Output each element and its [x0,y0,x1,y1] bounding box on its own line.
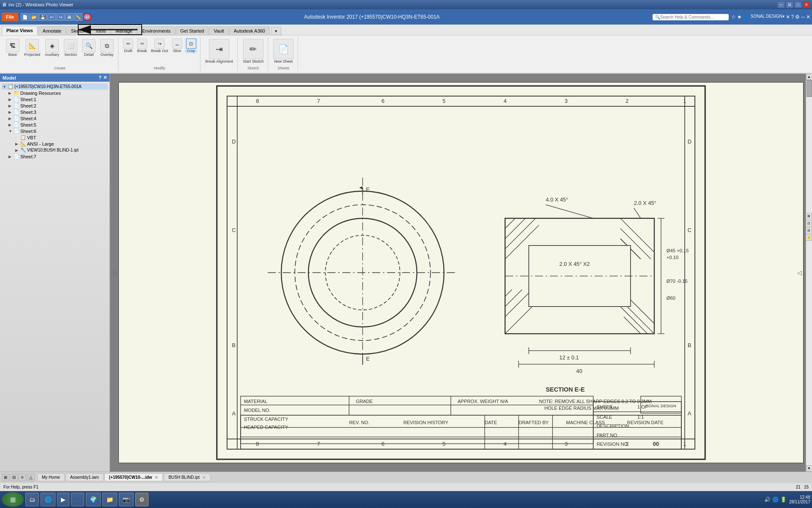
taskbar-chrome[interactable]: 🌍 [86,493,101,506]
break-button[interactable]: ✂ Break [136,38,148,53]
start-button[interactable]: ⊞ [2,492,24,507]
clock[interactable]: 12:48 28/11/2017 [789,495,810,504]
zoom-out-button[interactable]: ⊟ [806,227,812,234]
tab-place-views[interactable]: Place Views [2,26,38,35]
search-box[interactable]: 🔍 [653,14,729,20]
user-icon[interactable]: 👤 [743,14,749,20]
tree-sheet3[interactable]: ▶ 📄 Sheet:3 [2,109,108,115]
taskbar-inventor[interactable]: ⚙ [135,493,148,506]
tab-autodesk-a360[interactable]: Autodesk A360 [229,26,270,35]
search-input[interactable] [660,15,719,19]
tree-sheet6[interactable]: ▼ 📄 Sheet:6 [2,128,108,134]
left-nav-arrow[interactable]: ▷ [113,269,118,276]
tab-bush-blind[interactable]: BUSH BLIND.ipt ✕ [164,473,210,481]
new-sheet-button[interactable]: 📄 New Sheet [272,38,295,64]
tab-environments[interactable]: Environments [137,26,175,35]
close-button[interactable]: ✕ [803,1,810,8]
save-button[interactable]: 💾 [38,13,47,21]
add-tab-button[interactable]: ▾ [271,27,281,35]
taskbar-explorer[interactable]: 🗂 [25,493,39,506]
tab-nav-up[interactable]: △ [27,474,35,481]
crop-button[interactable]: ⊡ Crop [185,38,198,53]
bottom-tabs: ⊞ ⊟ ≡ △ My Home Assembly1.iam (+195570)C… [0,472,812,483]
open-button[interactable]: 📂 [30,13,38,21]
tab-manage[interactable]: Manage [111,26,137,35]
tree-view10[interactable]: ▶ 🔧 VIEW10:BUSH BLIND-1.ipt [2,147,108,153]
redo-button[interactable]: ↪ [56,13,65,21]
tab-assembly[interactable]: Assembly1.iam [66,473,104,481]
star2-icon[interactable]: ★ [737,14,742,20]
taskbar-media[interactable]: ▶ [57,493,69,506]
tab-get-started[interactable]: Get Started [176,26,208,35]
taskbar-folder[interactable]: 📁 [102,493,117,506]
close-icon[interactable]: ✕ [786,14,790,20]
tab-vault[interactable]: Vault [209,26,228,35]
start-sketch-button[interactable]: ✏ Start Sketch [241,38,265,64]
section-button[interactable]: ⬜ Section [62,38,79,58]
tree-sheet4[interactable]: ▶ 📄 Sheet:4 [2,115,108,121]
panel-help-icon[interactable]: ? [99,75,102,80]
tree-vbt[interactable]: 📋 VBT [2,134,108,141]
scroll-thumb[interactable] [807,80,812,97]
create-group-label: Create [54,65,66,70]
settings-icon[interactable]: ⚙ [795,14,800,20]
slice-button[interactable]: ⚊ Slice [171,38,184,53]
tab-nav-grid[interactable]: ⊞ [2,474,9,481]
minimize-button[interactable]: ─ [777,1,785,8]
panel-close-icon[interactable]: ✕ [103,75,107,80]
base-button[interactable]: 🏗 Base [4,38,21,58]
star-icon[interactable]: ☆ [731,14,736,20]
highlighted-button[interactable]: ↩ [83,13,91,21]
tab-nav-view[interactable]: ≡ [19,474,26,481]
close-drawing-tab[interactable]: ✕ [155,475,158,480]
tray-network[interactable]: 🌐 [772,497,779,502]
tab-tools[interactable]: Tools [90,26,110,35]
taskbar-camera[interactable]: 📷 [119,493,134,506]
tab-annotate[interactable]: Annotate [38,26,66,35]
minimize-icon2[interactable]: ─ [801,14,805,20]
canvas-area: ▷ ◁ 1 2 3 4 5 6 7 8 [110,74,812,472]
tree-ansi[interactable]: ▶ 📐 ANSI - Large [2,141,108,147]
tab-nav-list[interactable]: ⊟ [10,474,18,481]
right-nav-arrow[interactable]: ◁ [797,269,802,276]
tree-drawing-resources[interactable]: ▶ 📁 Drawing Resources [2,90,108,96]
scroll-up-button[interactable]: ▲ [806,74,812,80]
pan-button[interactable]: ✋ [806,235,812,241]
maximize-button[interactable]: □ [794,1,802,8]
file-button[interactable]: File [2,13,18,21]
zoom-fit-button[interactable]: ⊡ [806,220,812,226]
print-button[interactable]: 🖶 [65,13,74,21]
help-icon[interactable]: ? [791,14,794,20]
taskbar-ie[interactable]: 🌐 [41,493,55,506]
undo-button[interactable]: ↩ [47,13,56,21]
auxiliary-button[interactable]: ◈ Auxiliary [43,38,61,58]
tree-sheet1[interactable]: ▶ 📄 Sheet:1 [2,96,108,102]
scroll-down-button[interactable]: ▼ [806,465,812,472]
panel-controls: ? ✕ [99,75,107,80]
tree-root-item[interactable]: ▼ 📋 (+195570)CW10-HQ3N-ET65-001A [2,83,108,90]
tree-sheet2[interactable]: ▶ 📄 Sheet:2 [2,102,108,109]
draft-button[interactable]: ✏ Draft [122,38,134,53]
break-out-button[interactable]: ↪ Break Out [150,38,170,53]
tab-drawing[interactable]: (+195570)CW10-...idw ✕ [104,473,163,481]
coord-y: 15 [804,485,809,489]
overlay-button[interactable]: ⧉ Overlay [99,38,115,58]
tray-battery[interactable]: 🔋 [780,497,787,502]
tree-sheet5[interactable]: ▶ 📄 Sheet:5 [2,121,108,128]
zoom-in-button[interactable]: ⊞ [806,213,812,219]
svg-text:DRAFTED BY: DRAFTED BY [518,420,549,425]
restore-button[interactable]: ⧉ [786,1,793,8]
new-button[interactable]: 📄 [21,13,29,21]
tray-volume[interactable]: 🔊 [764,497,771,502]
close-icon2[interactable]: ✕ [806,14,810,20]
tab-sketch[interactable]: Sketch [66,26,90,35]
break-alignment-button[interactable]: ⇥ Break Alignment [204,38,235,64]
measure-button[interactable]: 📏 [74,13,82,21]
close-bush-tab[interactable]: ✕ [203,475,206,480]
tab-my-home[interactable]: My Home [37,473,65,481]
projected-button[interactable]: 📐 Projected [22,38,42,58]
tree-sheet7[interactable]: ▶ 📄 Sheet:7 [2,153,108,160]
taskbar-word[interactable]: W [71,493,84,506]
technical-drawing-svg: 1 2 3 4 5 6 7 8 1 2 3 4 5 6 7 8 [119,83,803,463]
detail-button[interactable]: 🔍 Detail [80,38,97,58]
